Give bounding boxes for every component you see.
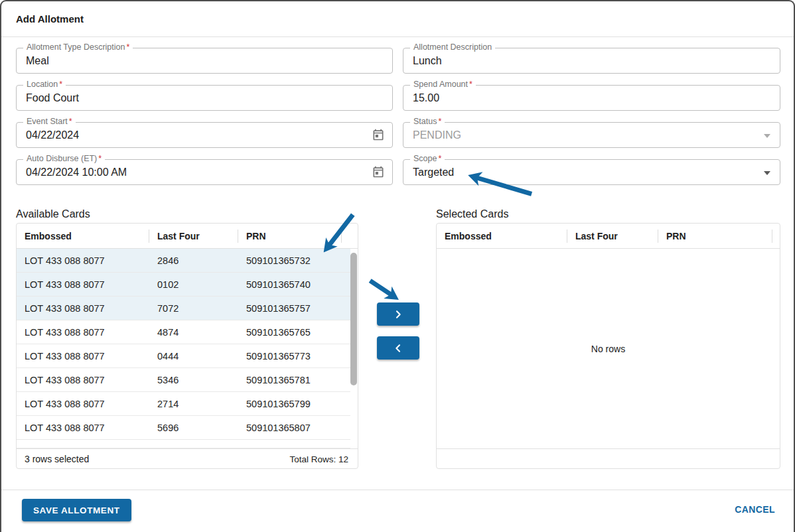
no-rows-label: No rows — [591, 344, 625, 354]
dialog-title: Add Allotment — [16, 13, 84, 25]
cell-embossed: LOT 433 088 8077 — [17, 440, 149, 448]
table-row[interactable]: LOT 433 088 8077 2714 509101365799 — [17, 392, 350, 416]
cell-last-four: 1119 — [149, 440, 238, 448]
cell-prn: 509101365807 — [238, 423, 342, 433]
cell-last-four: 2714 — [149, 399, 238, 409]
cell-prn: 509101365740 — [238, 279, 342, 290]
table-row[interactable]: LOT 433 088 8077 1119 509101365815 — [17, 440, 350, 448]
move-left-button[interactable] — [377, 336, 419, 360]
cell-embossed: LOT 433 088 8077 — [17, 351, 149, 362]
field-label: Scope* — [410, 154, 445, 163]
cell-prn: 509101365815 — [238, 440, 342, 448]
auto-disburse-value: 04/22/2024 10:00 AM — [17, 160, 392, 184]
spend-amount-value: 15.00 — [403, 86, 780, 110]
scope-value: Targeted — [403, 160, 780, 184]
table-row[interactable]: LOT 433 088 8077 0102 509101365740 — [17, 273, 350, 297]
selected-cards-table: Embossed Last Four PRN No rows — [436, 223, 780, 469]
column-header-prn[interactable]: PRN — [238, 231, 342, 241]
table-row[interactable]: LOT 433 088 8077 5696 509101365807 — [17, 416, 350, 440]
table-row[interactable]: LOT 433 088 8077 0444 509101365773 — [17, 344, 350, 368]
location-field[interactable]: Location* Food Court — [16, 85, 393, 111]
field-label: Event Start* — [23, 117, 76, 126]
cell-prn: 509101365799 — [238, 399, 342, 409]
table-footer — [437, 448, 780, 469]
cell-embossed: LOT 433 088 8077 — [17, 327, 149, 338]
empty-table-body: No rows — [437, 249, 780, 448]
allotment-description-field[interactable]: Allotment Description Lunch — [403, 48, 780, 74]
cell-prn: 509101365732 — [238, 255, 342, 266]
column-header-last-four[interactable]: Last Four — [567, 231, 658, 241]
chevron-down-icon — [764, 134, 770, 138]
selected-cards-title: Selected Cards — [436, 208, 508, 220]
header-divider — [0, 36, 795, 37]
cell-last-four: 0102 — [149, 279, 238, 290]
save-allotment-button[interactable]: SAVE ALLOTMENT — [22, 499, 131, 521]
column-header-prn[interactable]: PRN — [658, 231, 772, 241]
cell-prn: 509101365773 — [238, 351, 342, 362]
table-row[interactable]: LOT 433 088 8077 2846 509101365732 — [17, 249, 350, 273]
cell-prn: 509101365781 — [238, 375, 342, 385]
total-rows-count: Total Rows: 12 — [289, 454, 348, 464]
cell-last-four: 7072 — [149, 303, 238, 314]
field-label: Allotment Description — [410, 42, 495, 52]
table-row[interactable]: LOT 433 088 8077 5346 509101365781 — [17, 368, 350, 392]
table-header: Embossed Last Four PRN — [17, 224, 358, 249]
chevron-left-icon — [393, 343, 403, 354]
available-cards-title: Available Cards — [16, 208, 90, 220]
table-row[interactable]: LOT 433 088 8077 7072 509101365757 — [17, 297, 350, 320]
cell-embossed: LOT 433 088 8077 — [17, 255, 149, 266]
calendar-icon[interactable] — [372, 128, 385, 141]
calendar-icon[interactable] — [372, 165, 385, 178]
cell-last-four: 2846 — [149, 255, 238, 266]
allotment-form: Allotment Type Description* Meal Allotme… — [16, 48, 780, 185]
table-footer: 3 rows selected Total Rows: 12 — [17, 448, 358, 469]
chevron-down-icon — [764, 171, 770, 175]
spend-amount-field[interactable]: Spend Amount* 15.00 — [403, 85, 780, 111]
event-start-value: 04/22/2024 — [17, 123, 392, 147]
location-value: Food Court — [17, 86, 392, 110]
footer-divider — [0, 490, 795, 490]
table-scrollbar[interactable] — [350, 253, 357, 385]
cell-last-four: 0444 — [149, 351, 238, 362]
available-cards-table: Embossed Last Four PRN LOT 433 088 8077 … — [16, 223, 358, 469]
column-header-embossed[interactable]: Embossed — [17, 231, 149, 241]
auto-disburse-field[interactable]: Auto Disburse (ET)* 04/22/2024 10:00 AM — [16, 159, 393, 185]
available-cards-rows: LOT 433 088 8077 2846 509101365732 LOT 4… — [17, 249, 350, 448]
allotment-type-description-value: Meal — [17, 48, 392, 73]
allotment-description-value: Lunch — [403, 48, 780, 73]
move-right-button[interactable] — [377, 302, 419, 326]
status-field: Status* PENDING — [403, 122, 780, 148]
field-label: Allotment Type Description* — [23, 42, 133, 52]
field-label: Spend Amount* — [410, 80, 476, 89]
rows-selected-count: 3 rows selected — [25, 454, 89, 464]
cancel-button[interactable]: CANCEL — [735, 504, 775, 515]
field-label: Status* — [410, 117, 445, 126]
cell-prn: 509101365757 — [238, 303, 342, 314]
cell-last-four: 4874 — [149, 327, 238, 338]
cell-embossed: LOT 433 088 8077 — [17, 375, 149, 385]
chevron-right-icon — [393, 309, 403, 320]
field-label: Auto Disburse (ET)* — [23, 154, 105, 163]
cell-embossed: LOT 433 088 8077 — [17, 423, 149, 433]
cell-embossed: LOT 433 088 8077 — [17, 399, 149, 409]
event-start-field[interactable]: Event Start* 04/22/2024 — [16, 122, 393, 148]
cell-embossed: LOT 433 088 8077 — [17, 279, 149, 290]
table-row[interactable]: LOT 433 088 8077 4874 509101365765 — [17, 320, 350, 344]
cell-last-four: 5696 — [149, 423, 238, 433]
column-header-last-four[interactable]: Last Four — [149, 231, 238, 241]
cell-embossed: LOT 433 088 8077 — [17, 303, 149, 314]
scope-field[interactable]: Scope* Targeted — [403, 159, 780, 185]
column-header-embossed[interactable]: Embossed — [437, 231, 567, 241]
cell-prn: 509101365765 — [238, 327, 342, 338]
allotment-type-description-field[interactable]: Allotment Type Description* Meal — [16, 48, 393, 74]
cell-last-four: 5346 — [149, 375, 238, 385]
status-value: PENDING — [403, 123, 780, 147]
field-label: Location* — [23, 80, 66, 89]
table-header: Embossed Last Four PRN — [437, 224, 780, 249]
add-allotment-dialog: Add Allotment Allotment Type Description… — [0, 0, 795, 532]
